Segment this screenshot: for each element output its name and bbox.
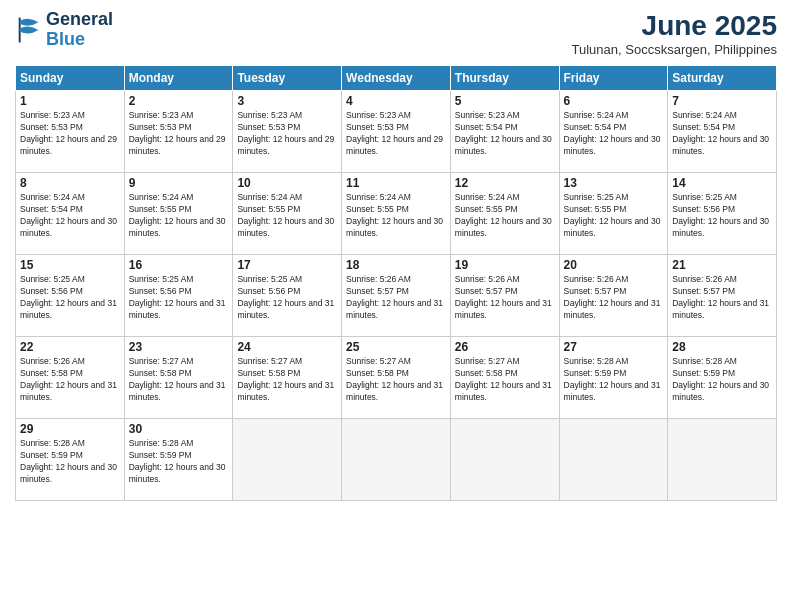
day-info: Sunrise: 5:23 AM Sunset: 5:53 PM Dayligh…	[237, 110, 337, 158]
daylight-label: Daylight: 12 hours and 31 minutes.	[564, 298, 661, 320]
day-number: 14	[672, 176, 772, 190]
sunset-label: Sunset: 5:59 PM	[564, 368, 627, 378]
daylight-label: Daylight: 12 hours and 29 minutes.	[346, 134, 443, 156]
day-info: Sunrise: 5:24 AM Sunset: 5:55 PM Dayligh…	[129, 192, 229, 240]
weekday-header: Wednesday	[342, 66, 451, 91]
sunrise-label: Sunrise: 5:27 AM	[346, 356, 411, 366]
sunrise-label: Sunrise: 5:25 AM	[672, 192, 737, 202]
daylight-label: Daylight: 12 hours and 30 minutes.	[237, 216, 334, 238]
day-info: Sunrise: 5:25 AM Sunset: 5:56 PM Dayligh…	[237, 274, 337, 322]
day-number: 16	[129, 258, 229, 272]
day-number: 18	[346, 258, 446, 272]
sunset-label: Sunset: 5:58 PM	[237, 368, 300, 378]
sunset-label: Sunset: 5:53 PM	[346, 122, 409, 132]
calendar-day-cell: 4 Sunrise: 5:23 AM Sunset: 5:53 PM Dayli…	[342, 91, 451, 173]
day-number: 11	[346, 176, 446, 190]
daylight-label: Daylight: 12 hours and 30 minutes.	[129, 462, 226, 484]
day-number: 4	[346, 94, 446, 108]
day-info: Sunrise: 5:27 AM Sunset: 5:58 PM Dayligh…	[237, 356, 337, 404]
calendar-day-cell: 22 Sunrise: 5:26 AM Sunset: 5:58 PM Dayl…	[16, 337, 125, 419]
calendar-day-cell: 12 Sunrise: 5:24 AM Sunset: 5:55 PM Dayl…	[450, 173, 559, 255]
daylight-label: Daylight: 12 hours and 31 minutes.	[20, 298, 117, 320]
calendar-day-cell: 5 Sunrise: 5:23 AM Sunset: 5:54 PM Dayli…	[450, 91, 559, 173]
header: General Blue June 2025 Tulunan, Soccsksa…	[15, 10, 777, 57]
weekday-header: Tuesday	[233, 66, 342, 91]
calendar-day-cell: 6 Sunrise: 5:24 AM Sunset: 5:54 PM Dayli…	[559, 91, 668, 173]
day-number: 23	[129, 340, 229, 354]
day-number: 3	[237, 94, 337, 108]
sunset-label: Sunset: 5:59 PM	[672, 368, 735, 378]
day-number: 24	[237, 340, 337, 354]
calendar-day-cell: 24 Sunrise: 5:27 AM Sunset: 5:58 PM Dayl…	[233, 337, 342, 419]
daylight-label: Daylight: 12 hours and 31 minutes.	[564, 380, 661, 402]
daylight-label: Daylight: 12 hours and 31 minutes.	[129, 380, 226, 402]
calendar-day-cell: 26 Sunrise: 5:27 AM Sunset: 5:58 PM Dayl…	[450, 337, 559, 419]
sunset-label: Sunset: 5:58 PM	[20, 368, 83, 378]
sunrise-label: Sunrise: 5:26 AM	[564, 274, 629, 284]
sunrise-label: Sunrise: 5:24 AM	[346, 192, 411, 202]
calendar-day-cell: 27 Sunrise: 5:28 AM Sunset: 5:59 PM Dayl…	[559, 337, 668, 419]
day-number: 15	[20, 258, 120, 272]
day-info: Sunrise: 5:25 AM Sunset: 5:55 PM Dayligh…	[564, 192, 664, 240]
sunrise-label: Sunrise: 5:28 AM	[20, 438, 85, 448]
daylight-label: Daylight: 12 hours and 30 minutes.	[129, 216, 226, 238]
sunrise-label: Sunrise: 5:26 AM	[346, 274, 411, 284]
day-info: Sunrise: 5:26 AM Sunset: 5:57 PM Dayligh…	[346, 274, 446, 322]
calendar-day-cell: 19 Sunrise: 5:26 AM Sunset: 5:57 PM Dayl…	[450, 255, 559, 337]
calendar-day-cell: 17 Sunrise: 5:25 AM Sunset: 5:56 PM Dayl…	[233, 255, 342, 337]
day-number: 30	[129, 422, 229, 436]
calendar-day-cell: 10 Sunrise: 5:24 AM Sunset: 5:55 PM Dayl…	[233, 173, 342, 255]
day-info: Sunrise: 5:24 AM Sunset: 5:55 PM Dayligh…	[346, 192, 446, 240]
calendar-day-cell: 23 Sunrise: 5:27 AM Sunset: 5:58 PM Dayl…	[124, 337, 233, 419]
day-info: Sunrise: 5:23 AM Sunset: 5:53 PM Dayligh…	[346, 110, 446, 158]
title-block: June 2025 Tulunan, Soccsksargen, Philipp…	[572, 10, 777, 57]
day-number: 21	[672, 258, 772, 272]
day-number: 26	[455, 340, 555, 354]
calendar-day-cell: 29 Sunrise: 5:28 AM Sunset: 5:59 PM Dayl…	[16, 419, 125, 501]
day-info: Sunrise: 5:27 AM Sunset: 5:58 PM Dayligh…	[129, 356, 229, 404]
page: General Blue June 2025 Tulunan, Soccsksa…	[0, 0, 792, 612]
sunrise-label: Sunrise: 5:27 AM	[129, 356, 194, 366]
sunrise-label: Sunrise: 5:25 AM	[129, 274, 194, 284]
sunrise-label: Sunrise: 5:24 AM	[237, 192, 302, 202]
calendar-day-cell	[450, 419, 559, 501]
daylight-label: Daylight: 12 hours and 31 minutes.	[346, 380, 443, 402]
weekday-header: Friday	[559, 66, 668, 91]
day-info: Sunrise: 5:23 AM Sunset: 5:53 PM Dayligh…	[129, 110, 229, 158]
calendar-day-cell	[342, 419, 451, 501]
sunrise-label: Sunrise: 5:26 AM	[455, 274, 520, 284]
daylight-label: Daylight: 12 hours and 31 minutes.	[346, 298, 443, 320]
sunset-label: Sunset: 5:59 PM	[129, 450, 192, 460]
daylight-label: Daylight: 12 hours and 30 minutes.	[455, 216, 552, 238]
day-info: Sunrise: 5:25 AM Sunset: 5:56 PM Dayligh…	[129, 274, 229, 322]
daylight-label: Daylight: 12 hours and 30 minutes.	[564, 216, 661, 238]
calendar-day-cell: 7 Sunrise: 5:24 AM Sunset: 5:54 PM Dayli…	[668, 91, 777, 173]
day-number: 8	[20, 176, 120, 190]
weekday-header: Monday	[124, 66, 233, 91]
daylight-label: Daylight: 12 hours and 30 minutes.	[672, 216, 769, 238]
weekday-header: Thursday	[450, 66, 559, 91]
sunrise-label: Sunrise: 5:23 AM	[20, 110, 85, 120]
day-number: 22	[20, 340, 120, 354]
day-info: Sunrise: 5:23 AM Sunset: 5:53 PM Dayligh…	[20, 110, 120, 158]
day-number: 12	[455, 176, 555, 190]
sunset-label: Sunset: 5:58 PM	[129, 368, 192, 378]
calendar-day-cell: 3 Sunrise: 5:23 AM Sunset: 5:53 PM Dayli…	[233, 91, 342, 173]
day-number: 1	[20, 94, 120, 108]
daylight-label: Daylight: 12 hours and 29 minutes.	[129, 134, 226, 156]
sunset-label: Sunset: 5:56 PM	[129, 286, 192, 296]
calendar-day-cell: 14 Sunrise: 5:25 AM Sunset: 5:56 PM Dayl…	[668, 173, 777, 255]
day-number: 7	[672, 94, 772, 108]
sunset-label: Sunset: 5:55 PM	[237, 204, 300, 214]
day-info: Sunrise: 5:24 AM Sunset: 5:55 PM Dayligh…	[455, 192, 555, 240]
logo-general: General	[46, 10, 113, 30]
sunset-label: Sunset: 5:56 PM	[672, 204, 735, 214]
sunset-label: Sunset: 5:54 PM	[455, 122, 518, 132]
sunrise-label: Sunrise: 5:23 AM	[237, 110, 302, 120]
sunset-label: Sunset: 5:58 PM	[346, 368, 409, 378]
daylight-label: Daylight: 12 hours and 30 minutes.	[346, 216, 443, 238]
day-info: Sunrise: 5:26 AM Sunset: 5:58 PM Dayligh…	[20, 356, 120, 404]
logo-icon	[15, 16, 43, 44]
sunset-label: Sunset: 5:54 PM	[20, 204, 83, 214]
calendar-day-cell: 18 Sunrise: 5:26 AM Sunset: 5:57 PM Dayl…	[342, 255, 451, 337]
